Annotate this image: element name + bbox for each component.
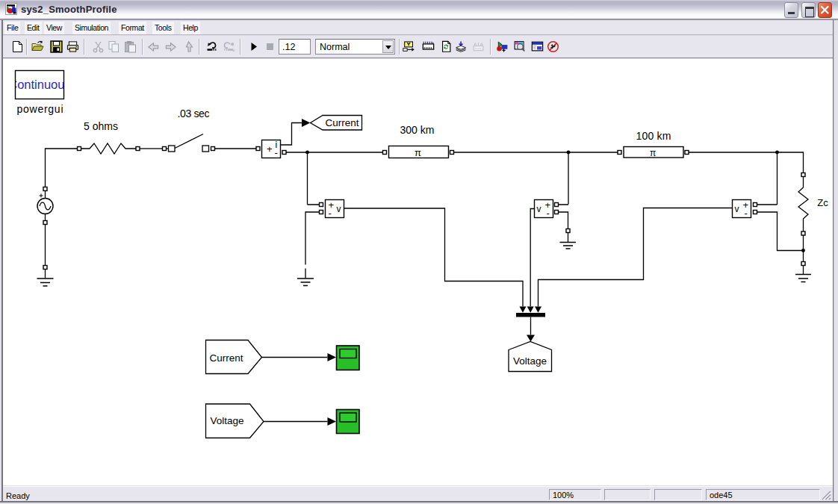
svg-text:.03 sec: .03 sec (178, 108, 210, 119)
svg-text:π: π (415, 147, 421, 158)
svg-text:Voltage: Voltage (210, 415, 243, 426)
svg-text:π: π (650, 148, 656, 158)
svg-text:Continuous: Continuous (8, 78, 70, 91)
svg-text:-: - (329, 208, 332, 219)
svg-text:5 ohms: 5 ohms (84, 120, 118, 132)
svg-text:300 km: 300 km (400, 124, 435, 136)
svg-text:v: v (537, 204, 541, 214)
svg-text:Voltage: Voltage (513, 355, 547, 367)
svg-text:-: - (745, 208, 748, 219)
svg-text:Current: Current (325, 117, 359, 128)
svg-text:Zc: Zc (817, 197, 828, 208)
svg-text:-: - (275, 147, 278, 158)
svg-text:Current: Current (209, 352, 243, 364)
svg-text:-: - (547, 208, 550, 219)
svg-text:v: v (337, 204, 341, 214)
svg-text:powergui: powergui (17, 103, 63, 115)
svg-text:100 km: 100 km (636, 130, 671, 142)
svg-text:+: + (267, 143, 273, 155)
svg-text:v: v (735, 204, 739, 214)
